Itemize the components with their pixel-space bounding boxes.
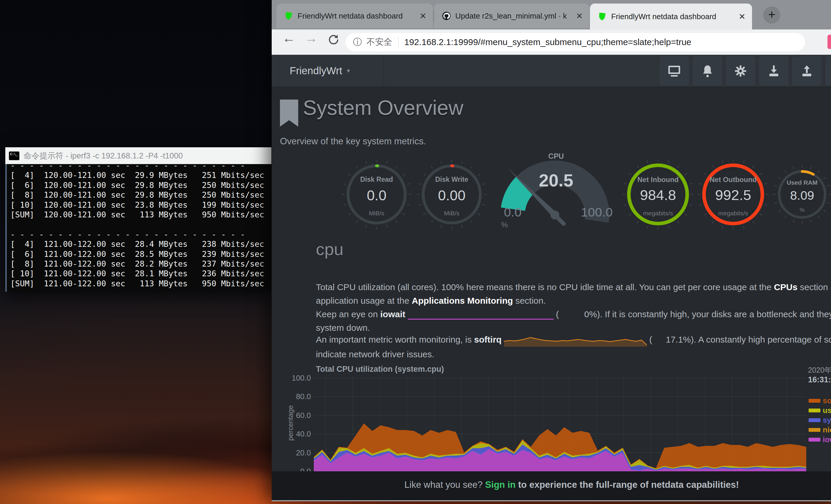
address-bar[interactable]: ⓘ 不安全 192.168.2.1:19999/#menu_system_sub… <box>345 33 805 51</box>
gauge-units: megabits/s <box>623 210 693 217</box>
signin-bar: Like what you see? Sign in to experience… <box>272 471 831 500</box>
chart-time: 16:31:2 <box>808 375 831 384</box>
legend-item[interactable]: system <box>809 415 831 425</box>
net-outbound-gauge[interactable]: Net Outbound 992.5 megabits/s <box>698 159 769 230</box>
y-tick: 60.0 <box>284 411 311 420</box>
tab-close-icon[interactable]: ✕ <box>418 11 428 21</box>
gauge-units: MiB/s <box>417 210 487 217</box>
host-name: FriendlyWrt <box>290 65 342 77</box>
cpu-gauge-max: 100.0 <box>572 205 622 219</box>
navbar-left-stub <box>272 55 279 87</box>
omnibox-divider <box>398 37 398 48</box>
gauge-units: % <box>773 207 831 213</box>
reload-icon <box>327 33 340 46</box>
legend-label: system <box>823 416 831 425</box>
host-dropdown[interactable]: FriendlyWrt ▾ <box>279 55 384 87</box>
print-dashboard-button[interactable] <box>659 56 690 86</box>
y-tick: 20.0 <box>284 448 311 457</box>
info-icon[interactable]: ⓘ <box>353 36 362 48</box>
legend-item[interactable]: user <box>809 406 831 415</box>
monitor-icon <box>667 64 681 78</box>
window-bottom-edge <box>272 500 831 501</box>
legend-swatch <box>809 438 821 442</box>
section-title: cpu <box>316 239 344 259</box>
tab-github[interactable]: Update r2s_lean_minimal.yml · k ✕ <box>434 3 590 28</box>
gauge-label: Used RAM <box>773 179 831 186</box>
gauge-units: MiB/s <box>341 210 412 217</box>
browser-window: FriendlyWrt netdata dashboard ✕ Update r… <box>272 0 831 501</box>
y-axis-label: percentage <box>286 393 295 452</box>
sign-in-link[interactable]: Sign in <box>485 479 515 490</box>
gauge-label: Net Outbound <box>698 176 769 184</box>
softirq-sparkline <box>504 333 647 347</box>
terminal-title: 命令提示符 - iperf3 -c 192.168.1.2 -P4 -t1000 <box>24 150 183 161</box>
tab-netdata-1[interactable]: FriendlyWrt netdata dashboard ✕ <box>277 3 433 28</box>
chevron-down-icon: ▾ <box>347 67 350 74</box>
legend-swatch <box>809 399 821 403</box>
new-tab-button[interactable]: + <box>763 6 780 24</box>
cpus-link[interactable]: CPUs <box>774 282 797 292</box>
tab-strip: FriendlyWrt netdata dashboard ✕ Update r… <box>272 0 831 29</box>
chart-legend: softirqusersystemniceiowait <box>809 396 831 445</box>
extension-icon-clipped[interactable] <box>828 35 831 49</box>
y-tick: 100.0 <box>284 374 311 382</box>
cpu-gauge-min: 0.0 <box>492 205 534 219</box>
download-icon <box>767 64 781 78</box>
paragraph-line: An important metric worth monitoring, is… <box>316 333 831 347</box>
github-icon <box>442 11 451 21</box>
terminal-window[interactable]: C:\_ 命令提示符 - iperf3 -c 192.168.1.2 -P4 -… <box>5 147 271 292</box>
tab-title: Update r2s_lean_minimal.yml · k <box>455 11 570 21</box>
legend-label: nice <box>823 425 831 435</box>
softirq-value: 17.1%). <box>666 335 696 344</box>
tab-title: FriendlyWrt netdata dashboard <box>297 11 414 21</box>
gauge-value: 984.8 <box>623 187 693 203</box>
cpu-gauge[interactable] <box>498 152 613 237</box>
security-label[interactable]: 不安全 <box>367 36 392 48</box>
disk-read-gauge[interactable]: Disk Read 0.0 MiB/s <box>341 159 412 230</box>
legend-swatch <box>809 409 821 412</box>
disk-write-gauge[interactable]: Disk Write 0.00 MiB/s <box>417 159 487 230</box>
cpu-gauge-arc <box>498 152 613 237</box>
forward-button[interactable]: → <box>305 31 318 46</box>
y-tick: 80.0 <box>284 392 311 401</box>
gauge-label: Disk Write <box>417 176 487 183</box>
terminal-body[interactable]: - - - - - - - - - - - - - - - - - - - - … <box>5 164 271 292</box>
terminal-titlebar[interactable]: C:\_ 命令提示符 - iperf3 -c 192.168.1.2 -P4 -… <box>5 147 271 164</box>
url-text[interactable]: 192.168.2.1:19999/#menu_system_submenu_c… <box>404 37 691 47</box>
cmd-icon: C:\_ <box>9 151 20 160</box>
reload-button[interactable] <box>327 33 340 49</box>
cpu-gauge-value: 20.5 <box>498 170 613 190</box>
legend-item[interactable]: iowait <box>809 435 831 445</box>
gear-icon <box>734 64 747 78</box>
upload-icon <box>800 64 813 78</box>
alarms-button[interactable] <box>692 56 723 86</box>
iowait-value: 0%). <box>584 309 603 319</box>
bookmark-icon <box>280 99 298 127</box>
legend-label: iowait <box>823 435 831 444</box>
cpu-utilization-chart[interactable] <box>314 376 806 474</box>
import-snapshot-button[interactable] <box>758 56 789 86</box>
export-snapshot-button[interactable] <box>792 56 822 86</box>
iowait-sparkline <box>408 309 554 320</box>
page-subtitle: Overview of the key system metrics. <box>280 136 426 147</box>
legend-item[interactable]: nice <box>809 425 831 435</box>
tab-close-icon[interactable]: ✕ <box>574 11 585 21</box>
terminal-output: - - - - - - - - - - - - - - - - - - - - … <box>7 164 271 288</box>
legend-label: softirq <box>823 396 831 405</box>
applications-monitoring-link[interactable]: Applications Monitoring <box>412 296 513 305</box>
gauge-label: Net Inbound <box>623 176 693 184</box>
net-inbound-gauge[interactable]: Net Inbound 984.8 megabits/s <box>623 159 693 230</box>
paragraph-line: Total CPU utilization (all cores). 100% … <box>316 280 831 294</box>
cpu-gauge-units: % <box>496 220 513 230</box>
used-ram-gauge[interactable]: Used RAM 8.09 % <box>773 165 831 224</box>
friendlywrt-favicon <box>598 12 607 21</box>
back-button[interactable]: ← <box>282 31 295 46</box>
tab-close-icon[interactable]: ✕ <box>737 12 747 22</box>
navbar-button-clipped[interactable] <box>825 56 831 86</box>
settings-button[interactable] <box>725 56 756 86</box>
tab-netdata-2-active[interactable]: FriendlyWrt netdata dashboard ✕ <box>590 3 752 29</box>
bell-icon <box>701 64 714 78</box>
legend-item[interactable]: softirq <box>809 396 831 406</box>
paragraph-line: application usage at the Applications Mo… <box>316 294 546 307</box>
gauge-value: 0.0 <box>341 187 412 204</box>
